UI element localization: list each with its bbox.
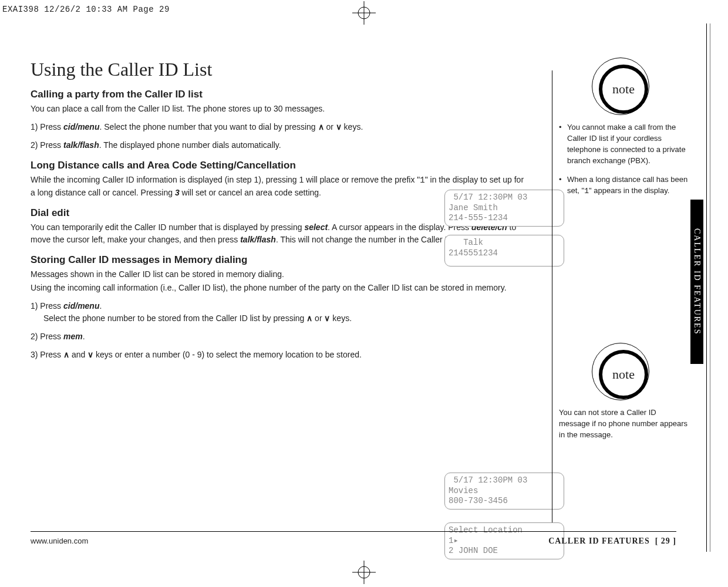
key-talk-flash: talk/flash xyxy=(63,140,99,150)
storing-step-3: 3) Press ∧ and ∨ keys or enter a number … xyxy=(31,349,530,361)
lcd-line: 800-730-3456 xyxy=(449,496,508,505)
bullet-icon: • xyxy=(559,174,567,197)
lcd-screen-talk: Talk 2145551234 xyxy=(444,235,564,266)
text: 3) Press xyxy=(31,350,63,359)
text: 2) Press xyxy=(31,140,63,150)
text: Select the phone number to be stored fro… xyxy=(43,313,306,323)
text: keys or enter a number (0 - 9) to select… xyxy=(93,350,362,359)
page-footer: www.uniden.com CALLER ID FEATURES [ 29 ] xyxy=(31,531,676,546)
section-longdistance-heading: Long Distance calls and Area Code Settin… xyxy=(31,160,530,171)
up-arrow-icon: ∧ xyxy=(63,350,69,359)
up-arrow-icon: ∧ xyxy=(306,313,312,323)
text: " appears in the display. xyxy=(589,186,669,195)
glyph-one: 1 xyxy=(420,176,424,185)
glyph-one: 1 xyxy=(584,187,589,195)
text: and xyxy=(69,350,87,359)
text: or xyxy=(312,313,324,323)
page-title: Using the Caller ID List xyxy=(31,59,530,80)
note-label: note xyxy=(612,82,635,97)
note-list-1: •You cannot make a call from the Caller … xyxy=(559,122,688,197)
storing-step-1: 1) Press cid/menu. Select the phone numb… xyxy=(31,300,530,325)
down-arrow-icon: ∨ xyxy=(87,350,93,359)
text: 1) Press xyxy=(31,301,63,311)
note-label: note xyxy=(612,367,635,382)
lcd-screen-movies: 5/17 12:30PM 03 Movies 800-730-3456 xyxy=(444,473,564,510)
crop-mark-bottom-icon xyxy=(352,561,376,586)
footer-section-name: CALLER ID FEATURES xyxy=(548,537,650,545)
note-text: When a long distance call has been set, … xyxy=(567,174,688,197)
note-text: You cannot make a call from the Caller I… xyxy=(567,122,688,166)
text: keys. xyxy=(342,122,363,131)
note-text-2: You can not store a Caller ID message if… xyxy=(559,407,688,441)
storing-step-2: 2) Press mem. xyxy=(31,330,530,343)
section-calling-heading: Calling a party from the Caller ID list xyxy=(31,89,530,100)
lcd-line: 214-555-1234 xyxy=(449,213,508,222)
key-select: select xyxy=(304,222,328,232)
text: . xyxy=(99,301,102,311)
vertical-divider xyxy=(552,70,552,522)
print-job-header: EXAI398 12/26/2 10:33 AM Page 29 xyxy=(2,5,170,14)
down-arrow-icon: ∨ xyxy=(336,122,342,131)
note-icon: note xyxy=(599,65,648,114)
page-edge-rule xyxy=(706,23,707,552)
lcd-line: Movies xyxy=(449,486,478,495)
text: 2) Press xyxy=(31,332,63,341)
key-3: 3 xyxy=(175,188,180,197)
footer-url: www.uniden.com xyxy=(31,537,88,546)
text: . The displayed phone number dials autom… xyxy=(99,140,281,150)
up-arrow-icon: ∧ xyxy=(318,122,324,131)
bullet-icon: • xyxy=(559,122,567,166)
text: or xyxy=(324,122,336,131)
lcd-line: Jane Smith xyxy=(449,203,498,212)
lcd-line: Talk xyxy=(449,238,483,247)
down-arrow-icon: ∨ xyxy=(324,313,330,323)
text: . xyxy=(83,332,85,341)
main-content: Using the Caller ID List Calling a party… xyxy=(31,59,530,367)
lcd-screen-caller-info: 5/17 12:30PM 03 Jane Smith 214-555-1234 xyxy=(444,190,564,227)
footer-section-page: CALLER ID FEATURES [ 29 ] xyxy=(548,537,676,546)
text: will set or cancel an area code setting. xyxy=(180,188,321,197)
note-bullet: •When a long distance call has been set,… xyxy=(559,174,688,197)
text: . Select the phone number that you want … xyxy=(99,122,318,131)
page: EXAI398 12/26/2 10:33 AM Page 29 Using t… xyxy=(0,0,728,587)
lcd-line: 5/17 12:30PM 03 xyxy=(449,193,527,202)
crop-mark-top-icon xyxy=(352,1,376,26)
section-calling-intro: You can place a call from the Caller ID … xyxy=(31,103,530,115)
key-mem: mem xyxy=(63,332,83,341)
note-block-2: note You can not store a Caller ID messa… xyxy=(559,350,688,441)
text: keys. xyxy=(330,313,352,323)
text: You can temporarily edit the Caller ID n… xyxy=(31,222,304,232)
note-icon: note xyxy=(599,350,648,399)
section-storing-p2: Using the incoming call information (i.e… xyxy=(31,282,530,294)
key-talk-flash: talk/flash xyxy=(240,235,276,244)
page-edge-rule-outer xyxy=(710,23,710,552)
key-cid-menu: cid/menu xyxy=(63,301,99,311)
section-storing-p1: Messages shown in the Caller ID list can… xyxy=(31,268,530,281)
text: While the incoming Caller ID information… xyxy=(31,175,420,184)
lcd-line: 2145551234 xyxy=(449,248,498,258)
note-bullet: •You cannot make a call from the Caller … xyxy=(559,122,688,166)
sidebar-notes: note •You cannot make a call from the Ca… xyxy=(559,65,688,441)
lcd-line: 5/17 12:30PM 03 xyxy=(449,475,527,485)
footer-page-number: [ 29 ] xyxy=(655,537,676,545)
lcd-line: 2 JOHN DOE xyxy=(449,546,498,555)
section-tab: CALLER ID FEATURES xyxy=(690,200,703,364)
calling-step-1: 1) Press cid/menu. Select the phone numb… xyxy=(31,121,530,133)
calling-step-2: 2) Press talk/flash. The displayed phone… xyxy=(31,139,530,151)
key-cid-menu: cid/menu xyxy=(63,122,99,131)
text: 1) Press xyxy=(31,122,63,131)
